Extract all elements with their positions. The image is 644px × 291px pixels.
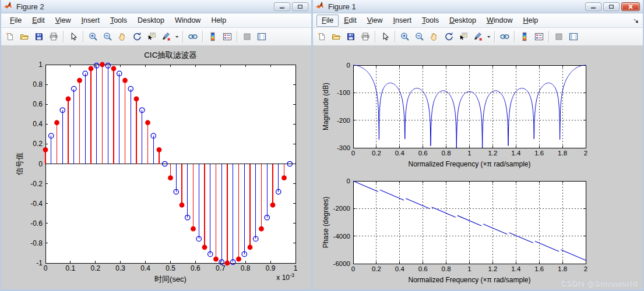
zoom-in-icon bbox=[89, 32, 98, 41]
x-tick-label: 1 bbox=[294, 264, 298, 272]
y-tick-label: -200 bbox=[337, 117, 350, 124]
stem-plot: 00.10.20.30.40.50.60.70.80.9110.80.60.40… bbox=[1, 46, 311, 289]
menu-item-edit[interactable]: Edit bbox=[339, 15, 362, 27]
tool-brush[interactable] bbox=[471, 30, 485, 44]
menu-item-help[interactable]: Help bbox=[518, 15, 543, 27]
tool-new-file[interactable] bbox=[3, 30, 17, 44]
insert-colorbar-icon bbox=[520, 32, 529, 41]
caret-icon bbox=[487, 32, 491, 41]
menu-item-tools[interactable]: Tools bbox=[105, 15, 132, 27]
stem-marker-filled bbox=[43, 147, 48, 152]
y-tick-label: 0.2 bbox=[33, 140, 43, 148]
tool-insert-colorbar[interactable] bbox=[206, 30, 220, 44]
minimize-button[interactable] bbox=[274, 2, 290, 11]
rotate-3d-icon bbox=[132, 32, 142, 41]
tool-caret[interactable] bbox=[174, 30, 180, 44]
tool-hide-plot-tools[interactable] bbox=[240, 30, 254, 44]
matlab-figure-icon bbox=[3, 1, 12, 12]
maximize-icon bbox=[608, 4, 614, 9]
y-tick-label: -2000 bbox=[333, 205, 350, 212]
x-tick-label: 1 bbox=[467, 265, 471, 272]
figure1-window: Figure 1 FileEditViewInsertToolsDesktopW… bbox=[311, 0, 644, 291]
frequency-response-plots: 00.20.40.60.811.21.41.61.820-100-200-300… bbox=[313, 46, 643, 289]
stem-marker-filled bbox=[180, 203, 185, 208]
x-tick-label: 0.2 bbox=[372, 265, 381, 272]
stem-marker-filled bbox=[168, 175, 173, 180]
tool-new-file[interactable] bbox=[315, 30, 329, 44]
tool-insert-colorbar[interactable] bbox=[518, 30, 532, 44]
figure2-menubar: FileEditViewInsertToolsDesktopWindowHelp bbox=[1, 13, 311, 28]
tool-pointer[interactable] bbox=[378, 30, 392, 44]
tool-print[interactable] bbox=[47, 30, 61, 44]
tool-insert-legend[interactable] bbox=[220, 30, 234, 44]
minimize-button[interactable] bbox=[585, 2, 601, 11]
maximize-button[interactable] bbox=[292, 2, 308, 11]
show-plot-tools-icon bbox=[569, 32, 578, 41]
menu-item-desktop[interactable]: Desktop bbox=[132, 15, 170, 27]
menu-item-tools[interactable]: Tools bbox=[417, 15, 444, 27]
menu-item-insert[interactable]: Insert bbox=[76, 15, 105, 27]
stem-marker-filled bbox=[77, 78, 82, 83]
tool-save[interactable] bbox=[344, 30, 358, 44]
tool-rotate-3d[interactable] bbox=[130, 30, 144, 44]
tool-link-plot[interactable] bbox=[186, 30, 200, 44]
menu-item-file[interactable]: File bbox=[316, 15, 339, 27]
x-tick-label: 0.5 bbox=[166, 264, 175, 272]
tool-caret[interactable] bbox=[485, 30, 492, 44]
stem-marker-filled bbox=[270, 203, 276, 208]
menu-item-help[interactable]: Help bbox=[206, 15, 231, 27]
menu-item-file[interactable]: File bbox=[5, 15, 27, 27]
window-title: Figure 2 bbox=[16, 2, 44, 11]
y-tick-label: -0.2 bbox=[30, 180, 43, 188]
x-tick-label: 0.6 bbox=[418, 150, 428, 157]
tool-pointer[interactable] bbox=[66, 30, 80, 44]
x-tick-label: 0.8 bbox=[442, 150, 451, 157]
tool-show-plot-tools[interactable] bbox=[566, 30, 580, 44]
tool-show-plot-tools[interactable] bbox=[255, 30, 269, 44]
menu-item-desktop[interactable]: Desktop bbox=[444, 15, 481, 27]
menu-item-view[interactable]: View bbox=[362, 15, 388, 27]
tool-rotate-3d[interactable] bbox=[442, 30, 456, 44]
window-title: Figure 1 bbox=[328, 2, 356, 11]
x-tick-label: 0.7 bbox=[216, 264, 226, 272]
pointer-icon bbox=[381, 32, 390, 41]
tool-link-plot[interactable] bbox=[498, 30, 512, 44]
figure2-titlebar[interactable]: Figure 2 bbox=[1, 0, 311, 13]
stem-marker-filled bbox=[213, 257, 219, 262]
brush-icon bbox=[473, 32, 483, 41]
tool-open-file[interactable] bbox=[329, 30, 343, 44]
menu-item-window[interactable]: Window bbox=[481, 15, 518, 27]
menu-item-window[interactable]: Window bbox=[170, 15, 206, 27]
tool-data-cursor[interactable] bbox=[456, 30, 470, 44]
x-tick-label: 1 bbox=[467, 150, 471, 157]
y-tick-label: -4000 bbox=[333, 233, 350, 240]
x-tick-label: 1.2 bbox=[488, 265, 497, 272]
y-tick-label: -0.6 bbox=[30, 219, 43, 228]
menu-item-edit[interactable]: Edit bbox=[27, 15, 50, 27]
menu-overflow-arrow-icon[interactable] bbox=[631, 16, 641, 24]
tool-zoom-out[interactable] bbox=[101, 30, 115, 44]
tool-data-cursor[interactable] bbox=[145, 30, 159, 44]
tool-pan-hand[interactable] bbox=[427, 30, 441, 44]
tool-zoom-in[interactable] bbox=[398, 30, 412, 44]
menu-item-view[interactable]: View bbox=[50, 15, 76, 27]
toolbar-separator bbox=[375, 31, 376, 42]
stem-marker-filled bbox=[225, 261, 230, 266]
tool-save[interactable] bbox=[32, 30, 46, 44]
figure1-titlebar[interactable]: Figure 1 bbox=[313, 0, 643, 13]
tool-zoom-out[interactable] bbox=[413, 30, 427, 44]
tool-hide-plot-tools[interactable] bbox=[552, 30, 566, 44]
tool-insert-legend[interactable] bbox=[532, 30, 546, 44]
tool-print[interactable] bbox=[358, 30, 372, 44]
tool-brush[interactable] bbox=[159, 30, 173, 44]
pan-hand-icon bbox=[430, 32, 439, 41]
tool-pan-hand[interactable] bbox=[115, 30, 129, 44]
toolbar-separator bbox=[395, 31, 396, 42]
figure2-canvas: 00.10.20.30.40.50.60.70.80.9110.80.60.40… bbox=[1, 46, 311, 289]
menu-item-insert[interactable]: Insert bbox=[388, 15, 417, 27]
tool-zoom-in[interactable] bbox=[86, 30, 100, 44]
close-button[interactable] bbox=[621, 2, 640, 11]
maximize-button[interactable] bbox=[603, 2, 620, 11]
tool-open-file[interactable] bbox=[17, 30, 31, 44]
x-tick-label: 2 bbox=[584, 150, 587, 157]
